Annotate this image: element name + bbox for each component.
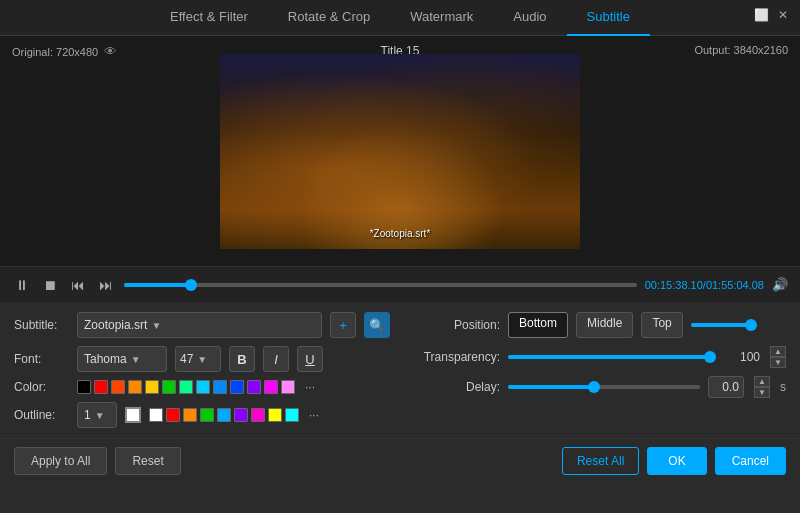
outline-color-swatch-item[interactable] [268,408,282,422]
volume-icon[interactable]: 🔊 [772,277,788,292]
time-display: 00:15:38.10/01:55:04.08 [645,279,764,291]
color-swatch[interactable] [213,380,227,394]
tab-audio[interactable]: Audio [493,0,566,36]
color-swatch[interactable] [196,380,210,394]
color-swatch[interactable] [145,380,159,394]
underline-button[interactable]: U [297,346,323,372]
delay-slider[interactable] [508,385,700,389]
reset-all-button[interactable]: Reset All [562,447,639,475]
close-button[interactable]: ✕ [776,8,790,22]
bottom-bar: Apply to All Reset Reset All OK Cancel [0,438,800,483]
tab-rotate-crop[interactable]: Rotate & Crop [268,0,390,36]
color-swatch[interactable] [162,380,176,394]
search-subtitle-button[interactable]: 🔍 [364,312,390,338]
dropdown-arrow-outline: ▼ [95,410,105,421]
outline-color-swatch-item[interactable] [217,408,231,422]
subtitle-dropdown[interactable]: Zootopia.srt ▼ [77,312,322,338]
outline-value-dropdown[interactable]: 1 ▼ [77,402,117,428]
italic-button[interactable]: I [263,346,289,372]
playback-bar: ⏸ ⏹ ⏮ ⏭ 00:15:38.10/01:55:04.08 🔊 [0,266,800,302]
transparency-spinner: ▲ ▼ [770,346,786,368]
color-swatches [77,380,295,394]
prev-button[interactable]: ⏮ [68,277,88,293]
outline-color-swatch-item[interactable] [200,408,214,422]
color-swatch[interactable] [264,380,278,394]
bold-button[interactable]: B [229,346,255,372]
progress-thumb [185,279,197,291]
transparency-down-button[interactable]: ▼ [770,357,786,368]
eye-icon[interactable]: 👁 [104,44,117,59]
transparency-row: Transparency: 100 ▲ ▼ [410,346,786,368]
color-swatch[interactable] [281,380,295,394]
transparency-label: Transparency: [410,350,500,364]
position-slider-thumb [745,319,757,331]
position-middle-button[interactable]: Middle [576,312,633,338]
position-row: Position: Bottom Middle Top [410,312,786,338]
position-slider[interactable] [691,323,751,327]
outline-color-swatch-item[interactable] [166,408,180,422]
minimize-button[interactable]: ⬜ [754,8,768,22]
dropdown-arrow-subtitle: ▼ [151,320,161,331]
delay-up-button[interactable]: ▲ [754,376,770,387]
preview-area: Original: 720x480 👁 Title 15 Output: 384… [0,36,800,266]
window-controls: ⬜ ✕ [754,8,790,22]
color-swatch[interactable] [128,380,142,394]
transparency-slider-thumb [704,351,716,363]
pause-button[interactable]: ⏸ [12,277,32,293]
video-thumbnail: *Zootopia.srt* [220,54,580,249]
outline-color-swatch-item[interactable] [251,408,265,422]
subtitle-row: Subtitle: Zootopia.srt ▼ + 🔍 [14,312,390,338]
subtitle-label: Subtitle: [14,318,69,332]
transparency-slider[interactable] [508,355,716,359]
outline-color-swatch-item[interactable] [149,408,163,422]
outline-color-swatch[interactable] [125,407,141,423]
transparency-up-button[interactable]: ▲ [770,346,786,357]
cancel-button[interactable]: Cancel [715,447,786,475]
progress-slider[interactable] [124,283,637,287]
transparency-slider-fill [508,355,710,359]
delay-slider-thumb [588,381,600,393]
position-bottom-button[interactable]: Bottom [508,312,568,338]
color-row: Color: ··· [14,380,390,394]
stop-button[interactable]: ⏹ [40,277,60,293]
dropdown-arrow-font: ▼ [131,354,141,365]
tab-bar: Effect & Filter Rotate & Crop Watermark … [0,0,800,36]
color-swatch[interactable] [230,380,244,394]
delay-value[interactable]: 0.0 [708,376,744,398]
tab-subtitle[interactable]: Subtitle [567,0,650,36]
add-subtitle-button[interactable]: + [330,312,356,338]
delay-down-button[interactable]: ▼ [754,387,770,398]
color-swatch[interactable] [94,380,108,394]
more-colors-button[interactable]: ··· [305,380,315,394]
size-dropdown[interactable]: 47 ▼ [175,346,221,372]
tab-watermark[interactable]: Watermark [390,0,493,36]
apply-all-button[interactable]: Apply to All [14,447,107,475]
color-swatch[interactable] [77,380,91,394]
color-swatch[interactable] [247,380,261,394]
reset-button[interactable]: Reset [115,447,180,475]
position-slider-fill [691,323,751,327]
font-row: Font: Tahoma ▼ 47 ▼ B I U [14,346,390,372]
outline-label: Outline: [14,408,69,422]
font-label: Font: [14,352,69,366]
left-controls: Subtitle: Zootopia.srt ▼ + 🔍 Font: Tahom… [14,312,390,428]
next-button[interactable]: ⏭ [96,277,116,293]
controls-panel: Subtitle: Zootopia.srt ▼ + 🔍 Font: Tahom… [0,302,800,438]
color-swatch[interactable] [111,380,125,394]
right-controls: Position: Bottom Middle Top Transparency… [410,312,786,428]
outline-color-swatch-item[interactable] [183,408,197,422]
outline-color-swatch-item[interactable] [285,408,299,422]
output-res-info: Output: 3840x2160 [694,44,788,56]
more-outline-colors-button[interactable]: ··· [309,408,319,422]
delay-unit: s [780,380,786,394]
color-swatch[interactable] [179,380,193,394]
video-subtitle-overlay: *Zootopia.srt* [370,228,431,239]
position-top-button[interactable]: Top [641,312,682,338]
tab-effect-filter[interactable]: Effect & Filter [150,0,268,36]
outline-row: Outline: 1 ▼ ··· [14,402,390,428]
original-res-info: Original: 720x480 👁 [12,44,117,59]
outline-color-swatches [149,408,299,422]
ok-button[interactable]: OK [647,447,706,475]
font-dropdown[interactable]: Tahoma ▼ [77,346,167,372]
outline-color-swatch-item[interactable] [234,408,248,422]
